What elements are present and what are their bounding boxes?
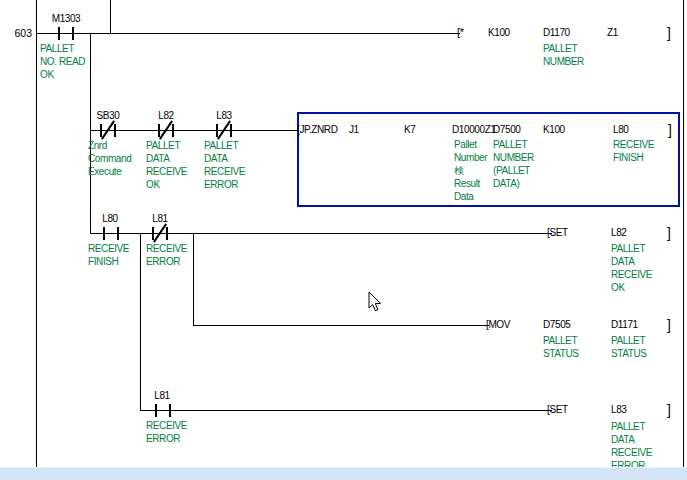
device-comment-l81: RECEIVE ERROR (146, 242, 202, 268)
operand-z1: Z1 (607, 27, 618, 38)
contact-bar (216, 124, 218, 137)
operand-k7: K7 (404, 124, 415, 135)
wire-branch-from-above (110, 0, 111, 33)
device-label-l82: L82 (134, 110, 198, 121)
operand-l82: L82 (611, 227, 627, 238)
device-comment-l81: RECEIVE ERROR (146, 419, 202, 445)
operand-d7505: D7505 (543, 319, 570, 330)
step-number: 603 (6, 27, 32, 39)
instruction-end-bracket: ] (667, 403, 671, 417)
operand-d1170: D1170 (543, 27, 570, 38)
operand-comment-l80: RECEIVE FINISH (613, 138, 669, 164)
wire-branch-to-rung5 (140, 233, 141, 410)
opcode-mov: [MOV (486, 319, 510, 330)
operand-comment-l82: PALLET DATA RECEIVE OK (611, 242, 669, 294)
operand-l83: L83 (611, 404, 627, 415)
contact-bar (152, 227, 154, 240)
contact-bar (158, 124, 160, 137)
contact-bar (172, 124, 174, 137)
contact-bar (100, 124, 102, 137)
operand-d1171: D1171 (611, 319, 638, 330)
operand-comment-l83: PALLET DATA RECEIVE ERROR (611, 420, 669, 472)
contact-bar (114, 124, 116, 137)
ladder-editor-canvas: { "power": { "step_number": "603" }, "r1… (0, 0, 687, 480)
device-label-sb30: SB30 (76, 110, 140, 121)
device-label-l83: L83 (192, 110, 256, 121)
device-comment-l82: PALLET DATA RECEIVE OK (146, 139, 202, 191)
right-power-rail (683, 0, 684, 467)
contact-bar (117, 227, 119, 240)
operand-k100: K100 (488, 27, 510, 38)
operand-k100: K100 (543, 124, 565, 135)
device-label-m1303: M1303 (34, 13, 98, 24)
contact-bar (169, 404, 171, 417)
instruction-end-bracket: ] (667, 226, 671, 240)
instruction-end-bracket: ] (668, 123, 672, 137)
left-power-rail (36, 0, 37, 467)
instruction-end-bracket: ] (667, 318, 671, 332)
operand-comment-d10000z1: Pallet Number検 Result Data (454, 138, 494, 203)
wire-branch-main (90, 33, 91, 233)
contact-bar (58, 27, 60, 40)
wire-rung2 (90, 130, 297, 131)
contact-bar (230, 124, 232, 137)
operand-comment-d7500: PALLET NUMBER (PALLET DATA) (493, 138, 545, 190)
opcode-set: [SET (547, 404, 568, 415)
contact-bar (103, 227, 105, 240)
operand-j1: J1 (349, 124, 359, 135)
device-comment-l80: RECEIVE FINISH (88, 242, 138, 268)
device-comment-l83: PALLET DATA RECEIVE ERROR (204, 139, 260, 191)
wire-rung1 (37, 33, 460, 34)
wire-rung5 (140, 410, 552, 411)
contact-bar (155, 404, 157, 417)
operand-comment-d1170: PALLET NUMBER (543, 42, 601, 68)
mouse-cursor-icon (368, 291, 383, 313)
device-label-l81: L81 (130, 390, 194, 401)
operand-comment-d7505: PALLET STATUS (543, 334, 595, 360)
device-comment-sb30: Znrd Command Execute (88, 139, 144, 178)
contact-bar (166, 227, 168, 240)
device-comment-m1303: PALLET NO. READ OK (40, 42, 96, 81)
contact-bar (72, 27, 74, 40)
operand-comment-d1171: PALLET STATUS (611, 334, 663, 360)
opcode-znrd: [JP.ZNRD (297, 124, 338, 135)
wire-rung4 (193, 325, 489, 326)
device-label-l81: L81 (128, 213, 192, 224)
opcode-multiply: [* (457, 26, 464, 38)
horizontal-scrollbar[interactable] (0, 467, 687, 480)
operand-l80: L80 (613, 124, 629, 135)
instruction-end-bracket: ] (667, 26, 671, 40)
operand-d7500: D7500 (493, 124, 520, 135)
operand-d10000z1: D10000Z1 (452, 124, 496, 135)
opcode-set: [SET (547, 227, 568, 238)
